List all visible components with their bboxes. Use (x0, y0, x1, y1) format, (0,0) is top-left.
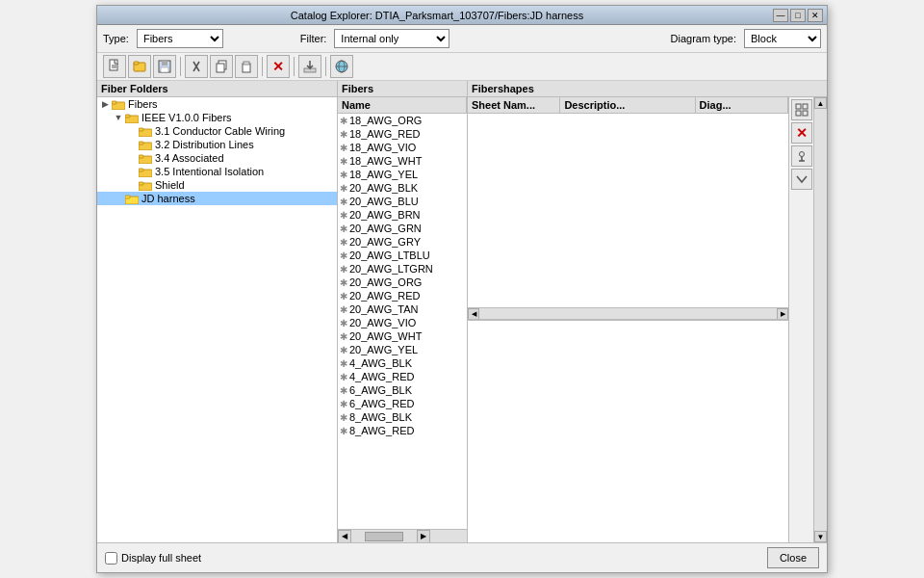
sep1 (180, 57, 181, 76)
fiber-item[interactable]: ✱8_AWG_RED (338, 424, 467, 437)
fiber-star-icon: ✱ (340, 129, 347, 140)
fiber-item[interactable]: ✱20_AWG_VIO (338, 316, 467, 329)
fiber-star-icon: ✱ (340, 399, 347, 409)
fiber-star-icon: ✱ (340, 385, 347, 396)
fibershapes-main: Sheet Nam... Descriptio... Diag... ◀ (468, 97, 788, 542)
delete-shape-button[interactable]: ✕ (791, 122, 812, 144)
fiber-item[interactable]: ✱20_AWG_BRN (338, 208, 467, 222)
step-button[interactable] (791, 169, 812, 190)
fiber-star-icon: ✱ (340, 156, 347, 167)
minimize-button[interactable]: — (773, 9, 788, 22)
display-full-sheet-label[interactable]: Display full sheet (121, 552, 201, 564)
fs-scroll-right[interactable]: ▶ (777, 308, 788, 320)
fiber-item[interactable]: ✱20_AWG_YEL (338, 343, 467, 356)
expand-intentional[interactable] (126, 166, 138, 177)
tree-item-jd-harness[interactable]: JD harness (97, 192, 337, 205)
import-button[interactable] (298, 55, 321, 78)
tree-label-fibers-root: Fibers (128, 98, 158, 110)
fiber-item[interactable]: ✱18_AWG_WHT (338, 154, 467, 168)
fiber-folders-header: Fiber Folders (97, 81, 337, 97)
display-full-sheet-checkbox[interactable] (105, 552, 117, 565)
sheet-name-col: Sheet Nam... (468, 97, 560, 113)
diag-col: Diag... (696, 97, 788, 113)
fiber-item[interactable]: ✱8_AWG_BLK (338, 410, 467, 424)
right-vscrollbar[interactable]: ▲ ▼ (813, 97, 827, 542)
cut-button[interactable] (185, 55, 208, 78)
tree-item-dist[interactable]: 3.2 Distribution Lines (97, 138, 337, 151)
delete-button[interactable]: ✕ (267, 55, 290, 78)
fibershapes-hscroll[interactable]: ◀ ▶ (468, 307, 788, 319)
tree-item-associated[interactable]: 3.4 Associated (97, 151, 337, 165)
fiber-item[interactable]: ✱20_AWG_WHT (338, 329, 467, 343)
fiber-name: 4_AWG_BLK (349, 357, 412, 369)
maximize-button[interactable]: □ (790, 9, 806, 22)
fiber-star-icon: ✱ (340, 426, 347, 436)
filter-select[interactable]: Internal only All (334, 29, 449, 48)
fiber-item[interactable]: ✱20_AWG_LTBLU (338, 249, 467, 262)
scroll-left[interactable]: ◀ (338, 530, 351, 543)
scroll-thumb[interactable] (365, 532, 403, 541)
expand-associated[interactable] (126, 152, 138, 164)
save-button[interactable] (153, 55, 176, 78)
tree-label-jd: JD harness (141, 193, 195, 204)
paste-button[interactable] (235, 55, 258, 78)
tree-label-dist: 3.2 Distribution Lines (155, 139, 254, 150)
grid-button[interactable] (791, 99, 812, 120)
fiber-item[interactable]: ✱18_AWG_YEL (338, 168, 467, 181)
vscroll-up[interactable]: ▲ (814, 97, 827, 109)
fibershapes-panel: Fibershapes Sheet Nam... Descriptio... D… (468, 81, 827, 542)
diagram-select[interactable]: Block Schematic (744, 29, 821, 48)
fiber-name: 8_AWG_BLK (349, 411, 412, 423)
fiber-item[interactable]: ✱6_AWG_RED (338, 397, 467, 410)
open-button[interactable] (128, 55, 151, 78)
fiber-item[interactable]: ✱18_AWG_ORG (338, 114, 467, 127)
expand-jd[interactable] (113, 193, 124, 204)
fiber-item[interactable]: ✱18_AWG_RED (338, 127, 467, 141)
fs-scroll-track[interactable] (479, 309, 777, 319)
fiber-item[interactable]: ✱20_AWG_GRY (338, 235, 467, 249)
new-button[interactable] (103, 55, 126, 78)
fiber-item[interactable]: ✱20_AWG_LTGRN (338, 262, 467, 276)
tree-item-fibers-root[interactable]: ▶ Fibers (97, 97, 337, 111)
tree-item-intentional[interactable]: 3.5 Intentional Isolation (97, 165, 337, 178)
fibers-list[interactable]: ✱18_AWG_ORG✱18_AWG_RED✱18_AWG_VIO✱18_AWG… (338, 114, 467, 529)
fiber-item[interactable]: ✱20_AWG_GRN (338, 222, 467, 235)
tree-item-conductor[interactable]: 3.1 Conductor Cable Wiring (97, 124, 337, 138)
fiber-item[interactable]: ✱18_AWG_VIO (338, 141, 467, 154)
fiber-star-icon: ✱ (340, 250, 347, 261)
vscroll-down[interactable]: ▼ (814, 531, 827, 542)
fiber-item[interactable]: ✱20_AWG_BLK (338, 181, 467, 195)
expand-fibers-root[interactable]: ▶ (99, 98, 111, 110)
copy-button[interactable] (210, 55, 233, 78)
fiber-item[interactable]: ✱20_AWG_TAN (338, 302, 467, 316)
fiber-name: 18_AWG_ORG (349, 115, 422, 126)
expand-conductor[interactable] (126, 125, 138, 137)
tree-item-shield[interactable]: Shield (97, 178, 337, 192)
fiber-item[interactable]: ✱4_AWG_BLK (338, 356, 467, 370)
sep2 (262, 57, 263, 76)
fibers-hscrollbar[interactable]: ◀ ▶ (338, 529, 467, 542)
window-close-button[interactable]: ✕ (808, 9, 823, 22)
fiber-item[interactable]: ✱20_AWG_BLU (338, 195, 467, 208)
type-select[interactable]: Fibers (137, 29, 223, 48)
fiber-star-icon: ✱ (340, 170, 347, 180)
scroll-right[interactable]: ▶ (417, 530, 430, 543)
properties-button[interactable] (791, 145, 812, 167)
expand-shield[interactable] (126, 179, 138, 191)
fs-scroll-left[interactable]: ◀ (468, 308, 479, 320)
fiber-item[interactable]: ✱20_AWG_ORG (338, 276, 467, 289)
globe-button[interactable] (330, 55, 353, 78)
fiber-name: 20_AWG_VIO (349, 317, 416, 328)
expand-dist[interactable] (126, 139, 138, 150)
fiber-item[interactable]: ✱4_AWG_RED (338, 370, 467, 383)
tree-item-ieee[interactable]: ▼ IEEE V1.0.0 Fibers (97, 111, 337, 124)
expand-ieee[interactable]: ▼ (113, 112, 124, 123)
close-button[interactable]: Close (767, 547, 819, 568)
fiber-item[interactable]: ✱20_AWG_RED (338, 289, 467, 302)
fiber-item[interactable]: ✱6_AWG_BLK (338, 383, 467, 397)
svg-rect-31 (139, 182, 143, 185)
fiber-star-icon: ✱ (340, 116, 347, 126)
filter-label: Filter: (300, 33, 327, 44)
svg-rect-27 (139, 155, 143, 158)
fiber-name: 20_AWG_BRN (349, 209, 421, 221)
